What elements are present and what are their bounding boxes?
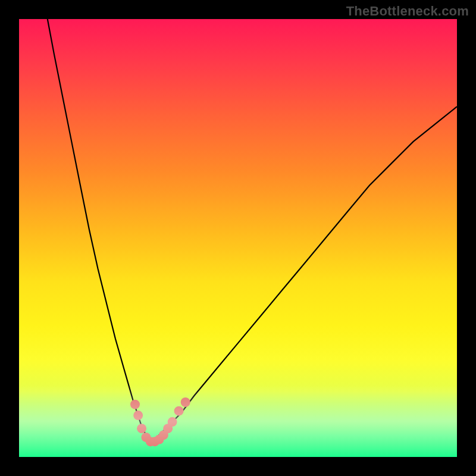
plot-area bbox=[19, 19, 457, 457]
data-point bbox=[181, 397, 190, 407]
data-point bbox=[137, 424, 146, 433]
data-point bbox=[174, 406, 184, 416]
chart-frame: TheBottleneck.com bbox=[0, 0, 476, 476]
curve-left-branch bbox=[48, 19, 151, 441]
bottleneck-curve bbox=[19, 19, 457, 457]
data-point bbox=[168, 417, 177, 427]
watermark-text: TheBottleneck.com bbox=[346, 4, 469, 19]
data-point bbox=[130, 400, 140, 409]
curve-right-branch bbox=[151, 107, 457, 441]
marker-group bbox=[130, 397, 190, 446]
data-point bbox=[133, 411, 143, 420]
